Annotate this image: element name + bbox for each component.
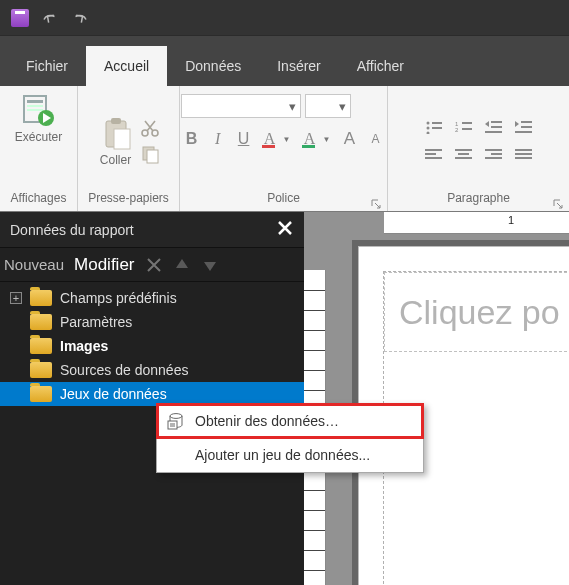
- svg-rect-2: [27, 105, 43, 107]
- bold-button[interactable]: B: [181, 128, 203, 150]
- svg-rect-24: [491, 126, 502, 128]
- svg-point-13: [426, 121, 429, 124]
- svg-point-44: [170, 414, 182, 419]
- qat-undo-button[interactable]: [38, 6, 62, 30]
- indent-button[interactable]: [511, 115, 537, 139]
- numbering-button[interactable]: 12: [451, 115, 477, 139]
- tab-data[interactable]: Données: [167, 46, 259, 86]
- svg-rect-38: [485, 157, 502, 159]
- qat-save-button[interactable]: [8, 6, 32, 30]
- panel-title: Données du rapport: [10, 222, 134, 238]
- group-font-label: Police: [267, 189, 300, 209]
- svg-rect-37: [491, 153, 502, 155]
- tree-label: Sources de données: [60, 362, 296, 378]
- folder-icon: [30, 362, 52, 378]
- font-family-combo[interactable]: ▾: [181, 94, 301, 118]
- move-down-icon[interactable]: [201, 256, 219, 274]
- report-title-placeholder[interactable]: Cliquez po: [384, 272, 569, 352]
- italic-button[interactable]: I: [207, 128, 229, 150]
- blank-icon: [167, 446, 185, 464]
- svg-marker-42: [176, 259, 188, 268]
- svg-rect-35: [455, 157, 472, 159]
- underline-button[interactable]: U: [233, 128, 255, 150]
- svg-rect-19: [462, 122, 472, 124]
- cut-icon[interactable]: [140, 118, 160, 138]
- tree-node-builtin[interactable]: + Champs prédéfinis: [0, 286, 304, 310]
- datasets-context-menu: Obtenir des données… Ajouter un jeu de d…: [156, 403, 424, 473]
- menu-label: Ajouter un jeu de données...: [195, 447, 370, 463]
- grow-font-button[interactable]: A: [338, 128, 360, 150]
- align-left-button[interactable]: [421, 143, 447, 167]
- tree-node-parameters[interactable]: Paramètres: [0, 310, 304, 334]
- panel-new-button[interactable]: Nouveau: [4, 256, 64, 273]
- paragraph-dialog-launcher-icon[interactable]: [553, 197, 563, 207]
- tree-label: Champs prédéfinis: [60, 290, 296, 306]
- svg-rect-21: [462, 128, 472, 130]
- menu-add-dataset[interactable]: Ajouter un jeu de données...: [157, 438, 423, 472]
- align-right-button[interactable]: [481, 143, 507, 167]
- copy-icon[interactable]: [140, 144, 160, 164]
- panel-edit-button[interactable]: Modifier: [74, 255, 134, 275]
- expand-icon[interactable]: +: [10, 292, 22, 304]
- tree-label: Paramètres: [60, 314, 296, 330]
- shrink-font-button[interactable]: A: [364, 128, 386, 150]
- close-icon[interactable]: [276, 219, 294, 240]
- font-size-combo[interactable]: ▾: [305, 94, 351, 118]
- svg-rect-14: [432, 122, 442, 124]
- chevron-down-icon[interactable]: ▼: [323, 135, 331, 144]
- font-dialog-launcher-icon[interactable]: [371, 197, 381, 207]
- tab-file[interactable]: Fichier: [8, 46, 86, 86]
- svg-rect-28: [521, 126, 532, 128]
- group-paragraph-label: Paragraphe: [447, 189, 510, 209]
- svg-rect-36: [485, 149, 502, 151]
- svg-rect-31: [425, 153, 436, 155]
- svg-text:2: 2: [455, 127, 459, 133]
- tab-home[interactable]: Accueil: [86, 46, 167, 86]
- svg-marker-22: [485, 121, 489, 127]
- design-surface[interactable]: 1 Cliquez po: [304, 212, 569, 585]
- horizontal-ruler: 1: [384, 212, 569, 234]
- move-up-icon[interactable]: [173, 256, 191, 274]
- get-data-icon: [167, 412, 185, 430]
- menu-get-data[interactable]: Obtenir des données…: [157, 404, 423, 438]
- svg-rect-3: [27, 109, 43, 111]
- outdent-button[interactable]: [481, 115, 507, 139]
- svg-rect-27: [521, 121, 532, 123]
- svg-rect-16: [432, 127, 442, 129]
- svg-rect-34: [458, 153, 469, 155]
- bullets-button[interactable]: [421, 115, 447, 139]
- svg-rect-7: [111, 118, 121, 124]
- font-color-button[interactable]: A: [259, 128, 281, 150]
- justify-button[interactable]: [511, 143, 537, 167]
- tree-label: Jeux de données: [60, 386, 296, 402]
- tree-node-images[interactable]: Images: [0, 334, 304, 358]
- tab-insert[interactable]: Insérer: [259, 46, 339, 86]
- tree-node-sources[interactable]: Sources de données: [0, 358, 304, 382]
- folder-icon: [30, 290, 52, 306]
- tree-label: Images: [60, 338, 296, 354]
- svg-point-17: [426, 131, 429, 134]
- svg-rect-30: [425, 149, 442, 151]
- highlight-button[interactable]: A: [299, 128, 321, 150]
- svg-rect-29: [515, 131, 532, 133]
- paste-button[interactable]: Coller: [98, 115, 134, 167]
- svg-marker-26: [515, 121, 519, 127]
- qat-redo-button[interactable]: [68, 6, 92, 30]
- svg-rect-33: [455, 149, 472, 151]
- run-label: Exécuter: [15, 130, 62, 144]
- group-clipboard-label: Presse-papiers: [88, 189, 169, 209]
- run-icon[interactable]: [20, 92, 56, 128]
- paste-label: Coller: [100, 153, 131, 167]
- svg-marker-43: [204, 262, 216, 271]
- menu-label: Obtenir des données…: [195, 413, 339, 429]
- group-views-label: Affichages: [11, 189, 67, 209]
- svg-rect-32: [425, 157, 442, 159]
- chevron-down-icon[interactable]: ▼: [283, 135, 291, 144]
- svg-rect-41: [515, 157, 532, 159]
- svg-rect-40: [515, 153, 532, 155]
- tab-view[interactable]: Afficher: [339, 46, 422, 86]
- svg-rect-39: [515, 149, 532, 151]
- align-center-button[interactable]: [451, 143, 477, 167]
- svg-point-15: [426, 126, 429, 129]
- delete-icon[interactable]: [145, 256, 163, 274]
